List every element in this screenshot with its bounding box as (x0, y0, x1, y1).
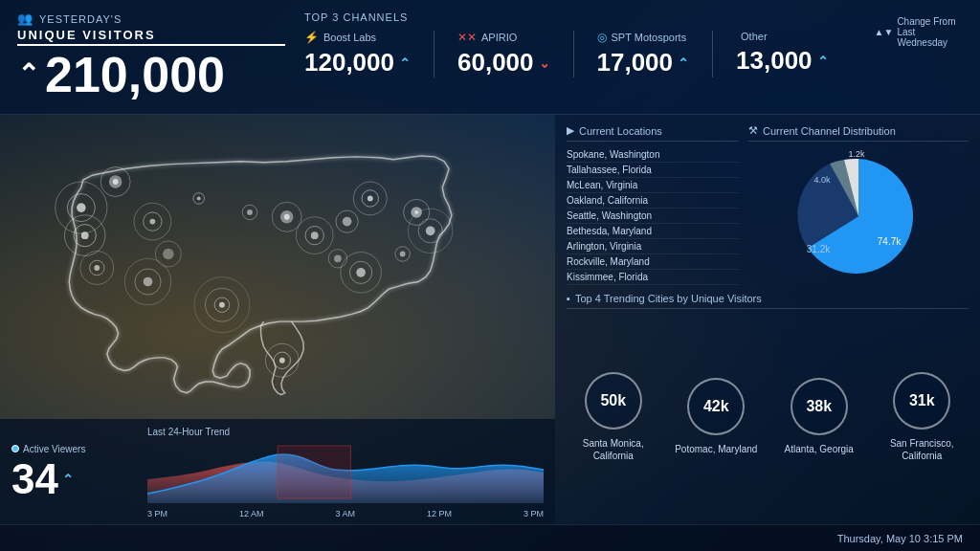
svg-text:4.0k: 4.0k (813, 175, 831, 185)
svg-point-54 (400, 252, 406, 257)
active-viewers-label: Active Viewers (11, 444, 136, 454)
av-value: 34 (11, 458, 58, 500)
list-item: Kissimmee, Florida (567, 270, 739, 285)
svg-point-31 (343, 217, 352, 227)
active-viewers-text: Active Viewers (23, 444, 85, 454)
people-icon: 👥 (17, 11, 33, 26)
time-label-1: 12 AM (239, 509, 264, 518)
spt-icon: ◎ (597, 31, 607, 44)
city-value-0: 50k (600, 392, 626, 409)
location-list: Spokane, Washington Tallahassee, Florida… (567, 147, 739, 285)
change-arrows-icon: ▲▼ (875, 27, 894, 37)
trend-section: Last 24-Hour Trend (147, 427, 544, 517)
trending-title-text: Top 4 Trending Cities by Unique Visitors (575, 293, 762, 304)
list-item: Bethesda, Maryland (567, 224, 739, 239)
main-content: Active Viewers 34 ⌃ Last 24-Hour Trend (0, 115, 980, 524)
channel-apirio: ✕✕ APIRIO 60,000 ⌄ (457, 31, 574, 77)
city-item-santa-monica: 50k Santa Monica, California (567, 372, 660, 462)
other-trend-icon: ⌃ (817, 54, 829, 69)
svg-point-26 (284, 214, 290, 220)
footer: Thursday, May 10 3:15 PM (0, 524, 980, 551)
svg-point-52 (334, 254, 342, 262)
active-dot-icon (11, 445, 19, 452)
city-circle-2: 38k (791, 378, 848, 435)
active-viewers-panel: Active Viewers 34 ⌃ (11, 427, 136, 517)
svg-point-8 (77, 203, 86, 212)
city-circle-0: 50k (585, 372, 642, 430)
unique-visitors-count: ⌃ 210,000 (17, 50, 285, 99)
locations-title: ▶ Current Locations (567, 124, 739, 142)
city-circle-1: 42k (687, 378, 745, 435)
svg-point-11 (113, 179, 119, 185)
channels-list: ⚡ Boost Labs 120,000 ⌃ ✕✕ APIRIO 60,000 (304, 31, 875, 77)
channel-value-other: 13,000 (736, 46, 813, 76)
footer-datetime: Thursday, May 10 3:15 PM (837, 533, 963, 544)
channel-spt: ◎ SPT Motosports 17,000 ⌃ (597, 31, 714, 77)
uv-arrow-up: ⌃ (17, 61, 39, 88)
list-item: Seattle, Washington (567, 209, 739, 224)
channels-section: Top 3 Channels ⚡ Boost Labs 120,000 ⌃ ✕✕ (285, 11, 875, 77)
cities-grid: 50k Santa Monica, California 42k Potomac… (567, 319, 969, 515)
channel-value-apirio: 60,000 (457, 48, 534, 77)
channel-name-other: Other (741, 31, 768, 42)
channel-other: Other 13,000 ⌃ (736, 31, 852, 76)
change-label: ▲▼ Change From Last Wednesday (875, 11, 963, 48)
time-labels: 3 PM 12 AM 3 AM 12 PM 3 PM (147, 509, 544, 518)
city-name-2: Atlanta, Georgia (785, 443, 854, 455)
channel-value-boost: 120,000 (304, 48, 394, 77)
channel-dist-title: ⚒ Current Channel Distribution (748, 124, 969, 142)
svg-point-14 (149, 219, 155, 225)
city-circle-3: 31k (893, 372, 950, 430)
time-label-2: 3 AM (335, 509, 355, 518)
city-name-0: Santa Monica, California (567, 437, 660, 462)
svg-text:31.2k: 31.2k (807, 244, 831, 254)
list-item: McLean, Virginia (567, 178, 739, 193)
trending-section: ▪ Top 4 Trending Cities by Unique Visito… (567, 293, 969, 515)
city-value-2: 38k (806, 398, 832, 415)
channel-boost-labs: ⚡ Boost Labs 120,000 ⌃ (304, 31, 434, 77)
dashboard: 👥 Yesterday's UNIQUE VISITORS ⌃ 210,000 … (0, 0, 980, 551)
svg-point-48 (197, 196, 201, 200)
list-item: Arlington, Virginia (567, 239, 739, 254)
unique-visitors-section: 👥 Yesterday's UNIQUE VISITORS ⌃ 210,000 (17, 11, 285, 99)
channel-name-boost: Boost Labs (323, 32, 376, 43)
yesterday-label: 👥 Yesterday's (17, 11, 285, 26)
right-panel: ▶ Current Locations Spokane, Washington … (555, 115, 980, 524)
time-label-3: 12 PM (427, 509, 452, 518)
svg-point-5 (94, 265, 100, 271)
av-trend-icon: ⌃ (62, 473, 74, 486)
svg-point-34 (368, 196, 373, 202)
boost-icon: ⚡ (304, 31, 319, 44)
trending-title: ▪ Top 4 Trending Cities by Unique Visito… (567, 293, 969, 309)
city-item-potomac: 42k Potomac, Maryland (670, 378, 764, 455)
city-name-3: San Francisco, California (876, 437, 969, 462)
svg-point-50 (247, 209, 253, 215)
right-top: ▶ Current Locations Spokane, Washington … (567, 124, 969, 285)
city-item-san-francisco: 31k San Francisco, California (876, 372, 969, 462)
map-container: Active Viewers 34 ⌃ Last 24-Hour Trend (0, 115, 555, 524)
pie-chart-svg: 74.7k 31.2k 4.0k 1.2k (782, 149, 935, 283)
svg-point-23 (219, 302, 225, 308)
trend-label: Last 24-Hour Trend (147, 427, 544, 437)
trend-chart-svg (147, 441, 544, 503)
channel-name-apirio: APIRIO (481, 32, 517, 43)
usa-map (10, 124, 546, 411)
svg-rect-55 (278, 446, 350, 498)
unique-visitors-title: UNIQUE VISITORS (17, 28, 285, 46)
svg-text:74.7k: 74.7k (878, 236, 902, 247)
change-text: Change From Last Wednesday (897, 16, 963, 48)
pie-container: 74.7k 31.2k 4.0k 1.2k (748, 147, 969, 285)
svg-text:1.2k: 1.2k (848, 149, 865, 159)
svg-point-16 (163, 249, 174, 260)
channel-value-spt: 17,000 (597, 48, 674, 77)
locations-title-text: Current Locations (579, 125, 662, 137)
channel-name-spt: SPT Motosports (612, 32, 687, 43)
city-value-3: 31k (909, 392, 935, 409)
city-item-atlanta: 38k Atlanta, Georgia (772, 378, 866, 455)
apirio-icon: ✕✕ (457, 31, 477, 44)
map-section: Active Viewers 34 ⌃ Last 24-Hour Trend (0, 115, 555, 524)
location-pin-icon: ▶ (567, 124, 574, 137)
uv-value: 210,000 (45, 50, 225, 99)
svg-point-37 (356, 268, 366, 277)
svg-point-46 (279, 358, 285, 364)
